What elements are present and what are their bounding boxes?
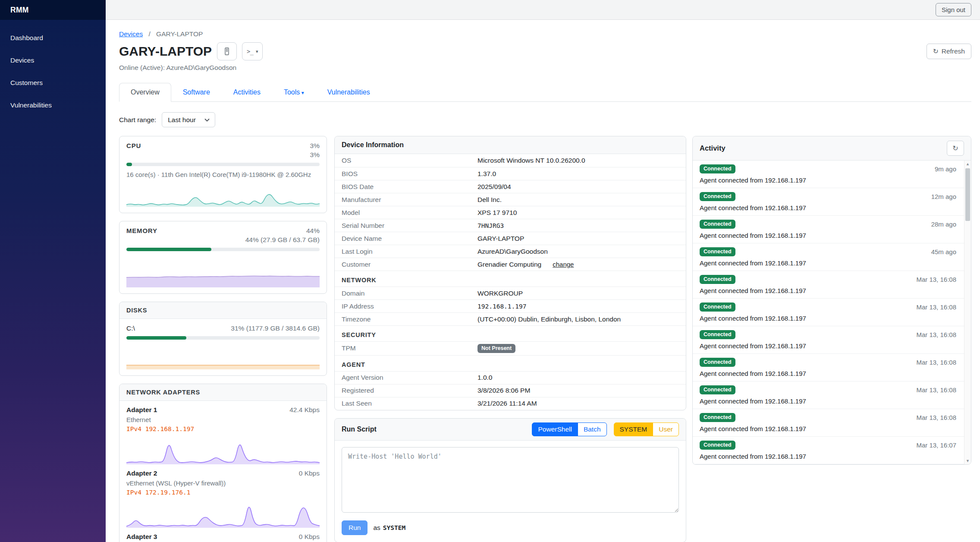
info-label: Agent Version [342,374,477,381]
activity-list: Connected9m agoAgent connected from 192.… [693,161,971,464]
tab-vulnerabilities[interactable]: Vulnerabilities [316,83,382,102]
cpu-percent: 3% [310,142,320,150]
info-label: IP Address [342,303,477,310]
adapter-rate: 42.4 Kbps [289,406,320,414]
sidebar-item-dashboard[interactable]: Dashboard [0,27,106,49]
network-adapters-header: NETWORK ADAPTERS [119,384,327,401]
memory-detail: 44% (27.9 GB / 63.7 GB) [126,236,320,244]
scroll-up-arrow-icon[interactable]: ▲ [964,162,971,166]
change-customer-link[interactable]: change [553,261,574,268]
refresh-button[interactable]: ↻ Refresh [927,44,971,59]
script-editor[interactable] [342,447,679,513]
sidebar-item-vulnerabilities[interactable]: Vulnerabilities [0,94,106,117]
info-label: Manufacturer [342,196,477,204]
info-value: 3/8/2026 8:06 PM [477,387,530,394]
device-column: Device Information OSMicrosoft Windows N… [334,136,686,542]
sign-out-button[interactable]: Sign out [936,3,971,16]
info-value: 3/21/2026 11:14 AM [477,400,537,407]
activity-item-header: Connected9m ago [700,164,956,173]
breadcrumb-separator: / [148,30,150,38]
shell-option-batch[interactable]: Batch [578,422,607,436]
info-row-serial-number: Serial Number7HNJRG3 [335,219,686,232]
refresh-icon: ↻ [952,145,958,152]
activity-timestamp: Mar 13, 16:08 [916,386,956,394]
context-option-system[interactable]: SYSTEM [614,422,653,436]
cpu-progress [126,163,320,166]
adapter-name: Adapter 1 [126,406,157,414]
topbar: Sign out [106,0,980,20]
columns: CPU 3% 3% 16 core(s) · 11th Gen Intel(R)… [119,136,971,542]
activity-refresh-button[interactable]: ↻ [947,141,964,156]
adapter-name: Adapter 3 [126,533,157,541]
activity-title: Activity [700,144,726,152]
scrollbar-thumb[interactable] [965,168,970,221]
activity-timestamp: Mar 13, 16:08 [916,276,956,283]
info-row-last-login: Last LoginAzureAD\GaryGoodson [335,245,686,258]
cpu-description: 16 core(s) · 11th Gen Intel(R) Core(TM) … [126,171,320,178]
breadcrumb-current: GARY-LAPTOP [156,30,203,38]
cpu-sparkline-chart [126,183,320,207]
info-value: (UTC+00:00) Dublin, Edinburgh, Lisbon, L… [477,315,621,323]
sidebar-item-customers[interactable]: Customers [0,72,106,94]
device-info-body: OSMicrosoft Windows NT 10.0.26200.0BIOS1… [335,154,686,410]
activity-item: Connected12m agoAgent connected from 192… [693,188,971,216]
scroll-down-arrow-icon[interactable]: ▼ [964,459,971,463]
activity-item: Connected28m agoAgent connected from 192… [693,216,971,243]
info-value: 1.37.0 [477,170,496,178]
activity-item-header: ConnectedMar 13, 16:08 [700,385,956,394]
disk-row: C:\31% (1177.9 GB / 3814.6 GB) [126,325,320,332]
tab-overview[interactable]: Overview [119,83,171,102]
terminal-dropdown-button[interactable]: >_ ▾ [242,42,263,60]
sidebar-item-devices[interactable]: Devices [0,49,106,72]
adapter-sparkline-chart [126,500,320,528]
activity-timestamp: 28m ago [931,221,956,228]
info-value: Grenadier Computing [477,261,541,268]
cpu-title: CPU [126,142,141,149]
context-option-user[interactable]: User [653,422,679,436]
info-value: Microsoft Windows NT 10.0.26200.0 [477,157,585,164]
memory-progress-fill [126,248,211,251]
info-label: Customer [342,261,477,268]
info-row-manufacturer: ManufacturerDell Inc. [335,193,686,206]
adapter-block-adapter-3: Adapter 30 KbpsvSwitch (WSL (Hyper-V fir… [119,528,327,542]
memory-percent: 44% [306,227,320,235]
info-label: Serial Number [342,222,477,230]
disks-card-header: DISKS [119,302,327,319]
tab-activities[interactable]: Activities [222,83,272,102]
adapter-ip-address: IPv4 192.168.1.197 [126,425,320,432]
info-label: Registered [342,387,477,394]
activity-item-header: ConnectedMar 13, 16:08 [700,413,956,422]
device-details-button[interactable] [217,42,237,60]
activity-item-header: ConnectedMar 13, 16:08 [700,303,956,312]
chart-range-select[interactable]: Last hour [162,112,215,127]
disk-progress [126,336,320,340]
connected-badge: Connected [700,164,735,173]
activity-item-header: ConnectedMar 13, 16:08 [700,358,956,367]
shell-option-powershell[interactable]: PowerShell [532,422,578,436]
connected-badge: Connected [700,220,735,229]
connected-badge: Connected [700,303,735,312]
info-label: Last Login [342,248,477,255]
activity-timestamp: Mar 13, 16:08 [916,331,956,338]
activity-message: Agent connected from 192.168.1.197 [700,315,956,322]
memory-progress [126,248,320,251]
server-icon [224,47,230,55]
terminal-icon: >_ [247,48,253,55]
activity-timestamp: 45m ago [931,248,956,255]
info-row-bios: BIOS1.37.0 [335,167,686,180]
info-row-device-name: Device NameGARY-LAPTOP [335,232,686,245]
info-value: 192.168.1.197 [477,303,527,310]
activity-items: Connected9m agoAgent connected from 192.… [693,161,971,464]
disk-progress-fill [126,336,186,340]
tab-tools[interactable]: Tools ▾ [272,83,316,102]
tab-software[interactable]: Software [171,83,222,102]
info-value: WORKGROUP [477,290,523,297]
activity-scrollbar[interactable]: ▲ ▼ [964,161,971,464]
activity-timestamp: Mar 13, 16:08 [916,303,956,311]
info-row-model: ModelXPS 17 9710 [335,206,686,219]
adapter-name: Adapter 2 [126,470,157,477]
activity-item: ConnectedMar 13, 16:08Agent connected fr… [693,381,971,409]
breadcrumb-devices-link[interactable]: Devices [119,30,143,38]
info-value: 7HNJRG3 [477,222,504,229]
run-button[interactable]: Run [342,520,368,535]
